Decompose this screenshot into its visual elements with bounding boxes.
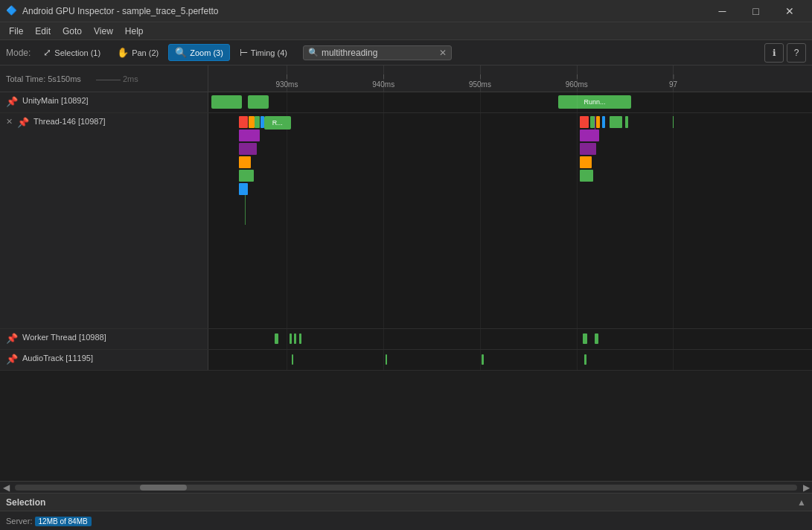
selection-collapse-icon[interactable]: ▲: [797, 497, 806, 508]
selection-status: Server: 12MB of 84MB: [0, 511, 812, 530]
menu-help[interactable]: Help: [119, 22, 150, 39]
track-name-unitymain: UnityMain [10892]: [22, 96, 202, 105]
track-content-audiotrack[interactable]: [208, 350, 812, 370]
track-content-unitymain[interactable]: Runn...: [208, 92, 812, 112]
tick-960: 960ms: [566, 80, 588, 89]
pan-icon: ✋: [117, 47, 129, 58]
maximize-button[interactable]: □: [739, 0, 773, 22]
selection-icon: ⤢: [43, 47, 51, 58]
zoom-mode-button[interactable]: 🔍 Zoom (3): [168, 44, 230, 61]
selection-header[interactable]: Selection ▲: [0, 494, 812, 511]
track-name-thread146: Thread-146 [10987]: [33, 117, 202, 126]
scrollbar-thumb[interactable]: [140, 485, 187, 491]
track-content-thread146[interactable]: R...: [208, 113, 812, 232]
app-icon: 🔷: [6, 5, 18, 17]
scroll-left-button[interactable]: ◀: [0, 482, 12, 494]
tick-97: 97: [669, 80, 677, 89]
track-content-workerthread[interactable]: [208, 329, 812, 349]
selection-label: Selection (1): [54, 48, 100, 57]
pin-workerthread[interactable]: 📌: [6, 333, 18, 344]
track-workerthread: 📌 Worker Thread [10988]: [0, 329, 812, 350]
window-controls: ─ □ ✕: [706, 0, 806, 22]
title-bar: 🔷 Android GPU Inspector - sample_trace_5…: [0, 0, 812, 22]
empty-rows: [0, 232, 812, 329]
server-label: Server:: [6, 517, 32, 526]
tick-950: 950ms: [469, 80, 491, 89]
track-label-thread146: ✕ 📌 Thread-146 [10987]: [0, 113, 208, 232]
pin-audiotrack[interactable]: 📌: [6, 354, 18, 365]
search-container: 🔍 ✕: [303, 45, 452, 60]
menu-goto[interactable]: Goto: [57, 22, 88, 39]
app-title: Android GPU Inspector - sample_trace_5.p…: [22, 6, 706, 16]
trace-header: Total Time: 5s150ms ——— 2ms 930ms 940ms …: [0, 66, 812, 92]
mode-label: Mode:: [6, 48, 31, 58]
running-label: Runn...: [583, 98, 607, 106]
selection-title: Selection: [6, 497, 797, 508]
tracks-container: 📌 UnityMain [10892] Runn...: [0, 92, 812, 481]
selection-mode-button[interactable]: ⤢ Selection (1): [36, 44, 107, 61]
track-label-workerthread: 📌 Worker Thread [10988]: [0, 329, 208, 349]
minimize-button[interactable]: ─: [706, 0, 739, 22]
zoom-label: Zoom (3): [190, 48, 223, 57]
search-icon: 🔍: [308, 48, 319, 57]
close-thread146[interactable]: ✕: [6, 117, 13, 127]
mode-bar: Mode: ⤢ Selection (1) ✋ Pan (2) 🔍 Zoom (…: [0, 40, 812, 66]
memory-badge: 12MB of 84MB: [35, 517, 92, 526]
pin-unitymain[interactable]: 📌: [6, 96, 18, 107]
menu-file[interactable]: File: [3, 22, 29, 39]
zoom-icon: 🔍: [175, 47, 187, 58]
search-clear-button[interactable]: ✕: [439, 48, 447, 58]
scroll-right-button[interactable]: ▶: [800, 482, 812, 494]
menu-edit[interactable]: Edit: [29, 22, 57, 39]
track-thread146: ✕ 📌 Thread-146 [10987] R...: [0, 113, 812, 232]
total-time-label: Total Time: 5s150ms ——— 2ms: [0, 66, 208, 92]
r-label: R...: [272, 119, 283, 127]
pan-label: Pan (2): [132, 48, 159, 57]
timing-label: Timing (4): [251, 48, 287, 57]
search-input[interactable]: [322, 48, 439, 58]
track-audiotrack: 📌 AudioTrack [11195]: [0, 350, 812, 371]
timing-mode-button[interactable]: ⊢ Timing (4): [233, 44, 294, 61]
menu-view[interactable]: View: [88, 22, 119, 39]
info-button[interactable]: ℹ: [764, 43, 784, 63]
track-label-unitymain: 📌 UnityMain [10892]: [0, 92, 208, 112]
horizontal-scrollbar[interactable]: ◀ ▶: [0, 481, 812, 493]
track-name-audiotrack: AudioTrack [11195]: [22, 354, 202, 363]
tick-940: 940ms: [372, 80, 394, 89]
menu-bar: File Edit Goto View Help: [0, 22, 812, 40]
track-unitymain: 📌 UnityMain [10892] Runn...: [0, 92, 812, 113]
help-button[interactable]: ?: [787, 43, 806, 63]
scale-label: ——— 2ms: [96, 74, 138, 83]
timing-icon: ⊢: [240, 47, 248, 58]
tick-930: 930ms: [275, 80, 298, 89]
close-button[interactable]: ✕: [773, 0, 806, 22]
pan-mode-button[interactable]: ✋ Pan (2): [110, 44, 165, 61]
selection-panel: Selection ▲ Server: 12MB of 84MB: [0, 493, 812, 530]
pin-thread146[interactable]: 📌: [17, 117, 29, 128]
time-ruler: 930ms 940ms 950ms 960ms 97: [208, 66, 812, 92]
trace-area: Total Time: 5s150ms ——— 2ms 930ms 940ms …: [0, 66, 812, 493]
scrollbar-track[interactable]: [15, 485, 797, 491]
track-label-audiotrack: 📌 AudioTrack [11195]: [0, 350, 208, 370]
mode-bar-right: ℹ ?: [764, 43, 806, 63]
track-name-workerthread: Worker Thread [10988]: [22, 333, 202, 342]
